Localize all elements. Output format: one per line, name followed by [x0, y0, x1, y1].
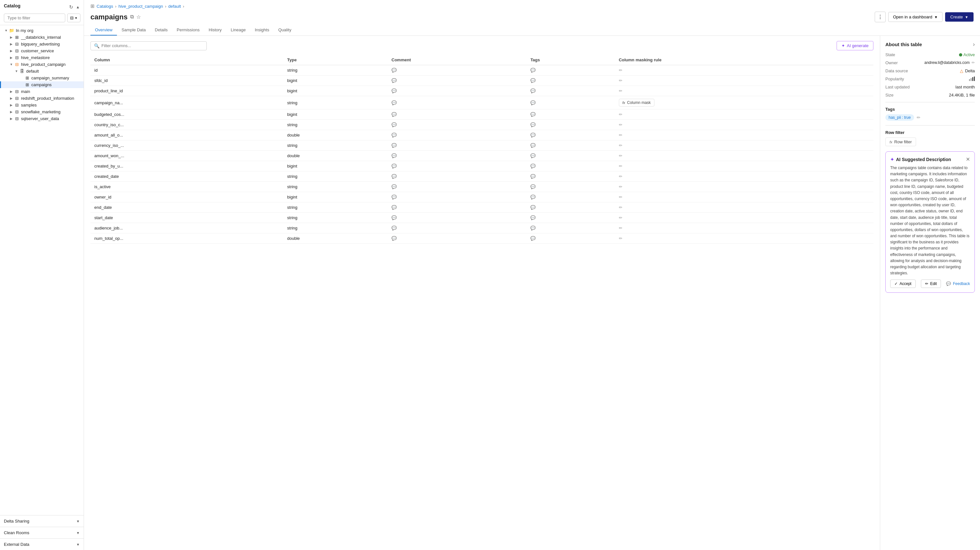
- sidebar-item-hive_metastore[interactable]: ▶ ⊟ hive_metastore: [0, 54, 84, 61]
- sidebar-item-bigquery_advertising[interactable]: ▶ ⊟ bigquery_advertising: [0, 41, 84, 48]
- col-mask[interactable]: ✏: [615, 223, 873, 233]
- sidebar-item-campaigns[interactable]: ⊞ campaigns: [0, 81, 84, 88]
- col-tags[interactable]: 💬: [527, 171, 615, 182]
- ai-close-button[interactable]: ✕: [966, 156, 970, 162]
- col-comment[interactable]: 💬: [388, 161, 527, 171]
- col-comment[interactable]: 💬: [388, 151, 527, 161]
- sidebar-item-redshift[interactable]: ▶ ⊟ redshift_product_information: [0, 95, 84, 101]
- breadcrumb-default[interactable]: default: [168, 4, 181, 9]
- sidebar-item-main[interactable]: ▶ ⊟ main: [0, 88, 84, 95]
- col-mask[interactable]: ✏: [615, 171, 873, 182]
- col-comment[interactable]: 💬: [388, 223, 527, 233]
- col-comment[interactable]: 💬: [388, 213, 527, 223]
- sidebar-item-default[interactable]: ▼ 🗄 default: [0, 68, 84, 74]
- col-comment[interactable]: 💬: [388, 130, 527, 140]
- tab-lineage[interactable]: Lineage: [226, 25, 250, 35]
- ai-accept-button[interactable]: ✓ Accept: [890, 279, 916, 288]
- col-mask-btn[interactable]: fx Column mask: [615, 96, 873, 109]
- col-tags[interactable]: 💬: [527, 109, 615, 120]
- col-mask[interactable]: ✏: [615, 151, 873, 161]
- col-mask[interactable]: ✏: [615, 76, 873, 86]
- col-comment[interactable]: 💬: [388, 120, 527, 130]
- col-tags[interactable]: 💬: [527, 202, 615, 213]
- col-comment[interactable]: 💬: [388, 171, 527, 182]
- col-tags[interactable]: 💬: [527, 120, 615, 130]
- col-mask[interactable]: ✏: [615, 213, 873, 223]
- col-comment[interactable]: 💬: [388, 109, 527, 120]
- clean-rooms-section[interactable]: Clean Rooms ▼: [0, 527, 84, 538]
- refresh-icon[interactable]: ↻: [69, 4, 73, 10]
- ai-edit-button[interactable]: ✏ Edit: [921, 279, 941, 288]
- col-comment[interactable]: 💬: [388, 65, 527, 76]
- create-button[interactable]: Create ▼: [945, 12, 974, 22]
- col-mask[interactable]: ✏: [615, 161, 873, 171]
- col-comment[interactable]: 💬: [388, 192, 527, 202]
- col-tags[interactable]: 💬: [527, 213, 615, 223]
- dropdown-chevron-icon[interactable]: ▼: [934, 15, 938, 19]
- sidebar-item-in_my_org[interactable]: ▼ 📁 In my org: [0, 27, 84, 34]
- breadcrumb-catalogs[interactable]: Catalogs: [97, 4, 113, 9]
- col-mask[interactable]: ✏: [615, 140, 873, 151]
- tab-insights[interactable]: Insights: [250, 25, 274, 35]
- external-data-section[interactable]: External Data ▼: [0, 538, 84, 550]
- col-mask[interactable]: ✏: [615, 86, 873, 96]
- col-comment[interactable]: 💬: [388, 182, 527, 192]
- col-mask[interactable]: ✏: [615, 65, 873, 76]
- tab-permissions[interactable]: Permissions: [172, 25, 204, 35]
- col-tags[interactable]: 💬: [527, 161, 615, 171]
- col-tags[interactable]: 💬: [527, 182, 615, 192]
- col-mask[interactable]: ✏: [615, 109, 873, 120]
- col-comment[interactable]: 💬: [388, 86, 527, 96]
- col-mask[interactable]: ✏: [615, 120, 873, 130]
- favorite-icon[interactable]: ☆: [136, 14, 141, 20]
- row-filter-button[interactable]: fx Row filter: [885, 138, 916, 146]
- copy-icon[interactable]: ⧉: [130, 14, 134, 20]
- column-mask-button[interactable]: fx Column mask: [619, 99, 654, 106]
- tab-details[interactable]: Details: [150, 25, 172, 35]
- col-mask[interactable]: ✏: [615, 182, 873, 192]
- sidebar-item-campaign_summary[interactable]: ⊞ campaign_summary: [0, 74, 84, 81]
- col-comment[interactable]: 💬: [388, 140, 527, 151]
- col-tags[interactable]: 💬: [527, 151, 615, 161]
- col-comment[interactable]: 💬: [388, 202, 527, 213]
- expand-button[interactable]: ›: [973, 41, 975, 48]
- edit-owner-icon[interactable]: ✏: [972, 60, 975, 65]
- sidebar-item-databricks_internal[interactable]: ▶ ⊞ __databricks_internal: [0, 34, 84, 41]
- col-mask[interactable]: ✏: [615, 130, 873, 140]
- col-comment[interactable]: 💬: [388, 76, 527, 86]
- search-input[interactable]: [4, 14, 65, 22]
- col-comment[interactable]: 💬: [388, 96, 527, 109]
- tab-sample-data[interactable]: Sample Data: [117, 25, 150, 35]
- sidebar-item-customer_service[interactable]: ▶ ⊟ customer_service: [0, 48, 84, 54]
- sidebar-item-snowflake[interactable]: ▶ ⊟ snowflake_marketing: [0, 108, 84, 115]
- col-tags[interactable]: 💬: [527, 130, 615, 140]
- filter-button[interactable]: ⊟ ▼: [67, 14, 80, 22]
- sidebar-item-hive_product_campaign[interactable]: ▼ ⊟ hive_product_campaign: [0, 61, 84, 68]
- col-mask[interactable]: ✏: [615, 202, 873, 213]
- col-tags[interactable]: 💬: [527, 76, 615, 86]
- collapse-icon[interactable]: ▲: [76, 5, 80, 10]
- breadcrumb-hive[interactable]: hive_product_campaign: [119, 4, 163, 9]
- col-tags[interactable]: 💬: [527, 192, 615, 202]
- col-tags[interactable]: 💬: [527, 86, 615, 96]
- col-comment[interactable]: 💬: [388, 233, 527, 244]
- more-button[interactable]: ⋮: [875, 12, 886, 22]
- col-mask[interactable]: ✏: [615, 233, 873, 244]
- col-mask[interactable]: ✏: [615, 192, 873, 202]
- tab-quality[interactable]: Quality: [274, 25, 296, 35]
- sidebar-item-sqlserver[interactable]: ▶ ⊟ sqlserver_user_data: [0, 115, 84, 122]
- tab-history[interactable]: History: [204, 25, 226, 35]
- edit-tags-icon[interactable]: ✏: [917, 115, 921, 120]
- sidebar-item-samples[interactable]: ▶ ⊟ samples: [0, 101, 84, 108]
- col-tags[interactable]: 💬: [527, 96, 615, 109]
- col-tags[interactable]: 💬: [527, 223, 615, 233]
- ai-generate-button[interactable]: ✦ AI generate: [837, 41, 873, 50]
- col-tags[interactable]: 💬: [527, 233, 615, 244]
- tab-overview[interactable]: Overview: [91, 25, 117, 35]
- col-tags[interactable]: 💬: [527, 140, 615, 151]
- col-tags[interactable]: 💬: [527, 65, 615, 76]
- delta-sharing-section[interactable]: Delta Sharing ▼: [0, 515, 84, 527]
- open-dashboard-button[interactable]: Open in a dashboard ▼: [888, 12, 943, 22]
- filter-input[interactable]: [102, 43, 203, 48]
- ai-feedback-button[interactable]: 💬 Feedback: [946, 281, 970, 286]
